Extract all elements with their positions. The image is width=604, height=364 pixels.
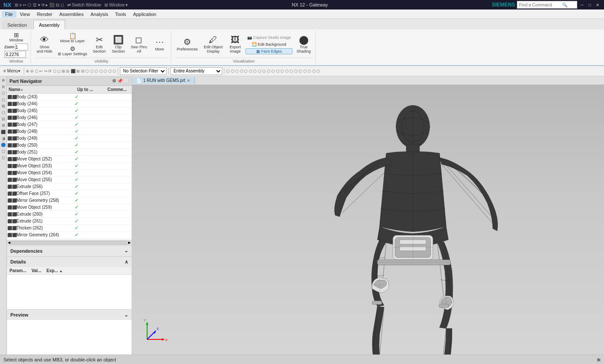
- preferences-label: Preferences: [177, 47, 198, 51]
- left-tool-10[interactable]: ◑: [0, 135, 6, 141]
- export-image-button[interactable]: 🖼 ExportImage: [226, 33, 244, 56]
- preferences-button[interactable]: ⚙ Preferences: [175, 33, 200, 56]
- tree-row[interactable]: ⬛⬛ Move Object (253) ✓: [7, 163, 132, 169]
- scroll-left-btn[interactable]: ◀: [8, 241, 10, 245]
- zoom-dropdown[interactable]: [15, 44, 28, 50]
- window-button[interactable]: ⊞ Window: [4, 31, 28, 43]
- vp-tab-label: 1 RUN with GEMS.prt: [143, 78, 185, 83]
- tab-assembly[interactable]: Assembly: [33, 20, 65, 29]
- assembly-filter-dropdown[interactable]: Entire Assembly: [170, 67, 222, 75]
- tree-row[interactable]: ⬛⬛ Move Object (259) ✓: [7, 204, 132, 211]
- selection-filter-dropdown[interactable]: No Selection Filter: [120, 67, 167, 75]
- clip-section-button[interactable]: 🔲 ClipSection: [110, 33, 127, 56]
- pn-settings-icon[interactable]: ⚙: [112, 78, 116, 83]
- left-tool-11[interactable]: 🔵: [0, 142, 6, 148]
- scroll-track-h[interactable]: [11, 241, 127, 245]
- left-tool-9[interactable]: ⬛: [0, 129, 6, 135]
- body-icon: ⬛⬛: [7, 116, 17, 120]
- show-hide-label: Showand Hide: [37, 45, 52, 53]
- tree-row[interactable]: ⬛⬛ Mirror Geometry (264) ✓: [7, 232, 132, 238]
- viewport-tab-1[interactable]: 📄 1 RUN with GEMS.prt ✕: [132, 77, 195, 84]
- switch-window[interactable]: ⇄ Switch Window: [67, 3, 101, 7]
- pn-preview-header[interactable]: Preview ⌄: [7, 310, 132, 320]
- tree-row[interactable]: ⬛⬛ Body (250) ✓: [7, 142, 132, 149]
- tree-row[interactable]: ⬛⬛ Extrude (261) ✓: [7, 218, 132, 225]
- move-to-layer-button[interactable]: 📋 Move to Layer: [56, 32, 89, 44]
- viewport-canvas[interactable]: .wf { fill: none; stroke: #222; stroke-w…: [132, 85, 604, 355]
- tree-row[interactable]: ⬛⬛ Mirror Geometry (258) ✓: [7, 197, 132, 204]
- tree-row[interactable]: ⬛⬛ Extrude (256) ✓: [7, 183, 132, 190]
- see-thru-button[interactable]: ◻ See-ThruAll: [129, 33, 149, 56]
- tree-item-icon: ⬛⬛: [8, 164, 16, 168]
- tab-selection[interactable]: Selection: [2, 20, 32, 29]
- window-menu[interactable]: ⊞ Window ▾: [104, 3, 128, 7]
- face-edges-button[interactable]: ▦ Face Edges: [245, 48, 293, 54]
- tree-item-icon: ⬛⬛: [8, 178, 16, 182]
- show-hide-button[interactable]: 👁 Showand Hide: [35, 33, 54, 56]
- tree-row[interactable]: ⬛⬛ Body (247) ✓: [7, 121, 132, 128]
- menu-application[interactable]: Application: [129, 11, 160, 18]
- find-command-input[interactable]: [519, 3, 562, 7]
- left-tool-13[interactable]: ⬡: [0, 155, 6, 161]
- tree-item-check: ✓: [75, 218, 105, 224]
- left-tool-12[interactable]: ⬡: [0, 148, 6, 154]
- tree-row[interactable]: ⬛⬛ Thicken (262) ✓: [7, 225, 132, 232]
- edit-background-button[interactable]: 🌅 Edit Background: [245, 41, 293, 47]
- pn-col-name[interactable]: Name ▲: [7, 87, 76, 92]
- tree-row[interactable]: ⬛⬛ Offset Face (257) ✓: [7, 190, 132, 197]
- menu-render[interactable]: Render: [33, 11, 56, 18]
- menu-dropdown-button[interactable]: ≡ Menu▾: [2, 68, 22, 74]
- scroll-right-btn[interactable]: ▶: [128, 241, 131, 245]
- tree-row[interactable]: ⬛⬛ Body (245) ✓: [7, 107, 132, 114]
- left-tool-5[interactable]: ⊞: [0, 103, 6, 109]
- menu-tools[interactable]: Tools: [112, 11, 130, 18]
- tree-item-name: Mirror Geometry (258): [16, 198, 75, 203]
- menu-analysis[interactable]: Analysis: [87, 11, 112, 18]
- tree-row[interactable]: ⬛⬛ Move Object (255) ✓: [7, 176, 132, 183]
- pn-dependencies[interactable]: Dependencies ⌄: [7, 245, 132, 256]
- tree-row[interactable]: ⬛⬛ Body (243) ✓: [7, 94, 132, 100]
- more-button[interactable]: ⋯ More: [151, 33, 168, 56]
- pn-col-comment[interactable]: Comme...: [106, 87, 132, 92]
- left-tool-2[interactable]: ⊖: [0, 84, 6, 90]
- minimize-button[interactable]: ─: [579, 2, 585, 8]
- tree-row[interactable]: ⬛⬛ Body (244) ✓: [7, 100, 132, 107]
- pn-expand-icon[interactable]: ⬜: [124, 78, 129, 83]
- find-command-bar[interactable]: 🔍: [517, 1, 577, 9]
- left-tool-7[interactable]: ⊟: [0, 116, 6, 122]
- pn-details-header[interactable]: Details ∧: [7, 257, 132, 267]
- left-tool-6[interactable]: ⬡: [0, 110, 6, 116]
- left-tool-3[interactable]: ⬡: [0, 90, 6, 96]
- edit-section-button[interactable]: ✂ EditSection: [91, 33, 108, 56]
- tree-row[interactable]: ⬛⬛ Body (248) ✓: [7, 128, 132, 135]
- left-tool-1[interactable]: ⊕: [0, 77, 6, 83]
- menu-file[interactable]: File: [2, 11, 16, 18]
- left-tool-4[interactable]: ◻: [0, 97, 6, 103]
- left-tool-8[interactable]: ⚙: [0, 122, 6, 129]
- tree-item-name: Body (244): [16, 101, 75, 106]
- pn-scrollbar-h[interactable]: ◀ ▶: [7, 240, 132, 245]
- menu-assemblies[interactable]: Assemblies: [56, 11, 87, 18]
- maximize-button[interactable]: □: [587, 2, 593, 8]
- svg-text:X: X: [165, 338, 168, 342]
- tree-row[interactable]: ⬛⬛ Move Object (254) ✓: [7, 169, 132, 176]
- tree-item-check: ✓: [75, 177, 105, 182]
- tree-row[interactable]: ⬛⬛ Body (251) ✓: [7, 149, 132, 156]
- details-col-param: Param...: [7, 268, 29, 273]
- vp-tab-close[interactable]: ✕: [187, 78, 190, 83]
- pn-pin-icon[interactable]: 📌: [117, 78, 123, 83]
- true-shading-button[interactable]: ⬤ TrueShading: [294, 33, 313, 56]
- tree-item-name: Extrude (256): [16, 184, 75, 189]
- tree-row[interactable]: ⬛⬛ Body (249) ✓: [7, 135, 132, 142]
- close-button[interactable]: ✕: [595, 2, 601, 8]
- capture-studio-button[interactable]: 📷 Capture Studio Image: [245, 35, 293, 41]
- pn-columns: Name ▲ Up to ... Comme...: [7, 86, 132, 94]
- layer-settings-button[interactable]: ⚙ ⊞ Layer Settings: [56, 45, 89, 57]
- tree-row[interactable]: ⬛⬛ Extrude (260) ✓: [7, 211, 132, 218]
- tree-row[interactable]: ⬛⬛ Body (246) ✓: [7, 114, 132, 121]
- edit-object-display-button[interactable]: 🖊 Edit ObjectDisplay: [201, 33, 225, 56]
- zoom-input[interactable]: [4, 51, 26, 58]
- tree-row[interactable]: ⬛⬛ Move Object (252) ✓: [7, 156, 132, 163]
- pn-col-uptodate[interactable]: Up to ...: [76, 87, 106, 92]
- menu-view[interactable]: View: [16, 11, 34, 18]
